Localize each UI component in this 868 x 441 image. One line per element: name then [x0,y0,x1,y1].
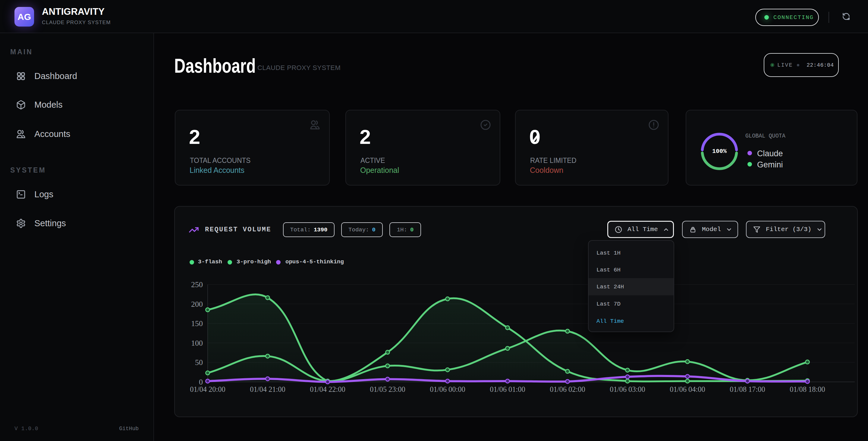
svg-text:200: 200 [191,300,203,308]
svg-text:01/04 20:00: 01/04 20:00 [190,385,225,393]
svg-text:150: 150 [191,319,203,328]
svg-text:250: 250 [191,280,203,289]
svg-text:01/08 17:00: 01/08 17:00 [730,385,765,393]
svg-text:01/06 02:00: 01/06 02:00 [550,385,585,393]
svg-text:01/06 03:00: 01/06 03:00 [610,385,645,393]
svg-text:01/06 01:00: 01/06 01:00 [490,385,525,393]
svg-text:01/05 23:00: 01/05 23:00 [370,385,405,393]
svg-text:01/04 22:00: 01/04 22:00 [310,385,345,393]
svg-text:01/06 04:00: 01/06 04:00 [670,385,705,393]
svg-text:50: 50 [195,358,203,367]
svg-text:100: 100 [191,339,203,348]
svg-text:01/08 18:00: 01/08 18:00 [789,385,825,393]
svg-text:01/04 21:00: 01/04 21:00 [250,385,285,393]
svg-text:01/06 00:00: 01/06 00:00 [430,385,465,393]
